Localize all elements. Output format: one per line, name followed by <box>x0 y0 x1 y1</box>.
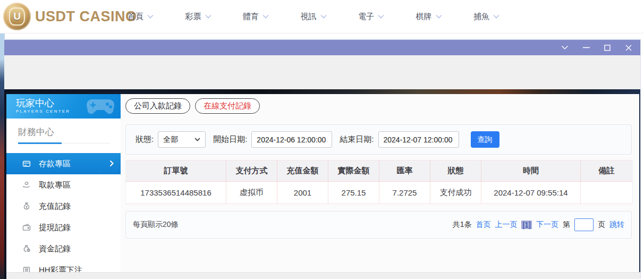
chevron-down-icon <box>436 14 442 19</box>
nav-item-sports[interactable]: 體育 <box>243 12 269 22</box>
col-remark: 備註 <box>581 160 633 182</box>
current-page-indicator: [1] <box>521 221 532 229</box>
maximize-icon <box>604 45 611 51</box>
funds-bag-icon <box>22 244 31 253</box>
screen: U USDT CASINO 首頁 彩票 體育 視訊 電子 <box>0 0 644 279</box>
jump-prefix-text: 第 <box>563 220 570 230</box>
col-order-no: 訂單號 <box>126 160 226 182</box>
records-table: 訂單號 支付方式 充值金額 實際金額 匯率 狀態 時間 備註 173353651 <box>125 160 633 204</box>
chevron-down-icon <box>147 14 154 19</box>
window-collapse-button[interactable] <box>561 44 569 52</box>
page-size-text: 每頁顯示20條 <box>133 220 179 230</box>
nav-label: 首頁 <box>128 12 143 22</box>
sidebar-item-withdrawal-records[interactable]: 提現記錄 <box>6 217 121 238</box>
main-panel: 公司入款記錄 在線支付記錄 狀態: 全部 開始日期: 結束日期: 查詢 <box>121 94 639 272</box>
nav-item-cards[interactable]: 棋牌 <box>416 12 442 22</box>
next-page-link[interactable]: 下一页 <box>536 220 558 230</box>
logo[interactable]: U USDT CASINO <box>3 3 137 30</box>
nav-item-lottery[interactable]: 彩票 <box>185 12 211 22</box>
window-toolbar-area <box>4 55 640 89</box>
nav-label: 捕魚 <box>473 12 489 22</box>
logo-text: USDT CASINO <box>35 9 137 25</box>
table-header-row: 訂單號 支付方式 充值金額 實際金額 匯率 狀態 時間 備註 <box>126 160 633 182</box>
sidebar-item-funds-records[interactable]: 資金記錄 <box>6 238 121 259</box>
chevron-down-icon <box>378 14 384 19</box>
status-select[interactable]: 全部 <box>158 131 206 148</box>
sidebar-section-title: 財務中心 <box>18 126 110 143</box>
tab-company-deposit-records[interactable]: 公司入款記錄 <box>125 98 190 114</box>
chevron-down-icon <box>194 138 200 141</box>
sidebar-item-label: 取款專區 <box>39 180 71 190</box>
tab-online-payment-records[interactable]: 在線支付記錄 <box>195 98 260 114</box>
col-rate: 匯率 <box>379 160 430 182</box>
wallet-icon <box>22 223 31 232</box>
chevron-right-icon <box>109 160 114 167</box>
prev-page-link[interactable]: 上一页 <box>495 220 517 230</box>
jump-suffix-text: 页 <box>598 220 605 230</box>
window-content: 玩家中心 PLAYERS CENTER 財務中心 存款專區 <box>4 89 640 279</box>
close-icon <box>625 45 632 51</box>
col-deposit-amount: 充值金額 <box>277 160 328 182</box>
nav-label: 視訊 <box>301 12 317 22</box>
cell-status: 支付成功 <box>430 182 481 204</box>
money-bag-icon <box>22 202 31 210</box>
deposit-card-icon <box>22 159 31 168</box>
logo-coin-icon: U <box>3 3 31 30</box>
nav-item-slots[interactable]: 電子 <box>358 12 384 22</box>
table-row: 1733536514485816 虚拟币 2001 275.15 7.2725 … <box>126 182 633 204</box>
nav-label: 體育 <box>243 12 259 22</box>
chevron-down-icon <box>205 14 211 19</box>
window-minimize-button[interactable] <box>582 44 590 52</box>
sidebar-item-deposit[interactable]: 存款專區 <box>6 153 121 174</box>
total-count-text: 共1条 <box>453 220 472 230</box>
cell-remark <box>581 182 633 204</box>
start-date-input[interactable] <box>251 131 332 148</box>
window-maximize-button[interactable] <box>603 44 612 52</box>
window-bottom-strip <box>6 272 640 279</box>
sidebar-item-recharge-records[interactable]: 充值記錄 <box>6 196 121 217</box>
record-tabs: 公司入款記錄 在線支付記錄 <box>125 98 632 114</box>
end-date-label: 結束日期: <box>340 134 374 145</box>
col-time: 時間 <box>481 160 581 182</box>
cell-actual-amount: 275.15 <box>328 182 379 204</box>
jump-link[interactable]: 跳转 <box>609 220 624 230</box>
cell-rate: 7.2725 <box>379 182 430 204</box>
sidebar: 玩家中心 PLAYERS CENTER 財務中心 存款專區 <box>6 94 121 272</box>
sidebar-item-label: 存款專區 <box>39 159 71 169</box>
withdraw-hand-icon <box>22 181 31 189</box>
status-select-value: 全部 <box>163 135 178 145</box>
nav-label: 棋牌 <box>416 12 432 22</box>
sidebar-item-label: 充值記錄 <box>39 201 71 212</box>
window-close-button[interactable] <box>624 44 633 52</box>
gamepad-icon <box>86 97 115 115</box>
search-button[interactable]: 查詢 <box>471 131 499 148</box>
start-date-label: 開始日期: <box>213 134 247 145</box>
sidebar-menu: 存款專區 取款專區 充值記錄 <box>6 153 121 279</box>
cell-order-no: 1733536514485816 <box>126 182 226 204</box>
col-pay-method: 支付方式 <box>226 160 277 182</box>
nav-item-home[interactable]: 首頁 <box>128 12 154 22</box>
first-page-link[interactable]: 首页 <box>476 220 490 230</box>
site-header: U USDT CASINO 首頁 彩票 體育 視訊 電子 <box>0 0 644 33</box>
sidebar-header: 玩家中心 PLAYERS CENTER <box>6 94 121 119</box>
cell-pay-method: 虚拟币 <box>226 182 277 204</box>
chevron-down-icon <box>493 14 499 19</box>
logo-letter: U <box>13 11 21 22</box>
chevron-down-icon <box>320 14 327 19</box>
col-status: 狀態 <box>430 160 481 182</box>
cell-deposit-amount: 2001 <box>277 182 328 204</box>
end-date-input[interactable] <box>378 131 459 148</box>
chevron-down-icon <box>561 45 569 50</box>
nav-item-fishing[interactable]: 捕魚 <box>473 12 499 22</box>
nav-label: 電子 <box>358 12 374 22</box>
nav-item-video[interactable]: 視訊 <box>301 12 327 22</box>
nav-label: 彩票 <box>185 12 201 22</box>
pagination-bar: 每頁顯示20條 共1条 首页 上一页 [1] 下一页 第 页 跳转 <box>125 211 632 239</box>
sidebar-item-withdraw[interactable]: 取款專區 <box>6 174 121 196</box>
sidebar-item-label: 資金記錄 <box>39 244 71 254</box>
app-window: 玩家中心 PLAYERS CENTER 財務中心 存款專區 <box>4 39 641 279</box>
page-number-input[interactable] <box>574 218 594 231</box>
window-titlebar <box>4 40 640 55</box>
minimize-icon <box>583 47 590 48</box>
chevron-down-icon <box>262 14 269 19</box>
